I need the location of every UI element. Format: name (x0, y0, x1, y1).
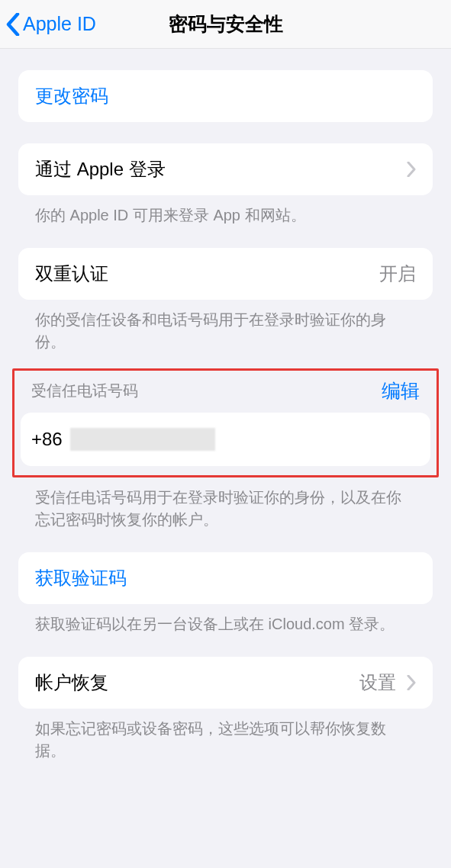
get-code-footer: 获取验证码以在另一台设备上或在 iCloud.com 登录。 (18, 604, 433, 635)
chevron-right-icon (407, 162, 416, 177)
trusted-phone-prefix: +86 (31, 429, 63, 450)
chevron-left-icon (6, 13, 20, 36)
trusted-phone-title: 受信任电话号码 (31, 381, 138, 401)
two-factor-label: 双重认证 (35, 262, 108, 286)
group-account-recovery: 帐户恢复 设置 如果忘记密码或设备密码，这些选项可以帮你恢复数据。 (18, 657, 433, 762)
group-two-factor: 双重认证 开启 你的受信任设备和电话号码用于在登录时验证你的身份。 (18, 248, 433, 353)
two-factor-status: 开启 (379, 262, 416, 286)
trusted-phone-highlight: 受信任电话号码 编辑 +86 (12, 368, 439, 477)
back-button[interactable]: Apple ID (6, 13, 96, 36)
group-change-password: 更改密码 (18, 70, 433, 122)
change-password-label: 更改密码 (35, 84, 108, 108)
account-recovery-value: 设置 (359, 670, 396, 695)
group-signin-apple: 通过 Apple 登录 你的 Apple ID 可用来登录 App 和网站。 (18, 143, 433, 227)
get-code-row[interactable]: 获取验证码 (18, 552, 433, 604)
group-get-code: 获取验证码 获取验证码以在另一台设备上或在 iCloud.com 登录。 (18, 552, 433, 635)
trusted-phone-edit-button[interactable]: 编辑 (382, 378, 420, 403)
trusted-phone-redacted (70, 428, 215, 451)
two-factor-row[interactable]: 双重认证 开启 (18, 248, 433, 300)
chevron-right-icon (407, 675, 416, 690)
signin-with-apple-label: 通过 Apple 登录 (35, 157, 166, 182)
nav-bar: Apple ID 密码与安全性 (0, 0, 451, 49)
get-code-label: 获取验证码 (35, 566, 127, 590)
content: 更改密码 通过 Apple 登录 你的 Apple ID 可用来登录 App 和… (0, 70, 451, 762)
two-factor-footer: 你的受信任设备和电话号码用于在登录时验证你的身份。 (18, 300, 433, 353)
back-label: Apple ID (23, 13, 96, 35)
signin-with-apple-row[interactable]: 通过 Apple 登录 (18, 143, 433, 195)
trusted-phone-row[interactable]: +86 (21, 413, 430, 466)
account-recovery-label: 帐户恢复 (35, 670, 108, 695)
trusted-phone-footer: 受信任电话号码用于在登录时验证你的身份，以及在你忘记密码时恢复你的帐户。 (18, 477, 433, 531)
change-password-row[interactable]: 更改密码 (18, 70, 433, 122)
account-recovery-footer: 如果忘记密码或设备密码，这些选项可以帮你恢复数据。 (18, 709, 433, 762)
trusted-phone-header: 受信任电话号码 编辑 (21, 378, 430, 413)
account-recovery-row[interactable]: 帐户恢复 设置 (18, 657, 433, 709)
signin-with-apple-footer: 你的 Apple ID 可用来登录 App 和网站。 (18, 195, 433, 227)
